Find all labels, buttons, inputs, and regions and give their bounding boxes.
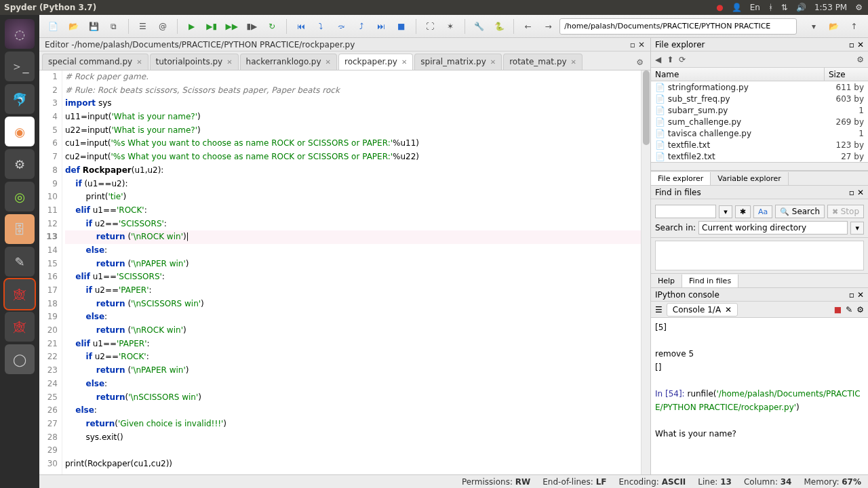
editor-tab[interactable]: tutorialpoints.py✕ xyxy=(150,54,239,70)
file-row[interactable]: 📄 sub_str_freq.py603 by xyxy=(651,93,868,104)
scrollbar-thumb[interactable] xyxy=(643,70,650,145)
clock[interactable]: 1:53 PM xyxy=(814,3,847,12)
python-path-icon[interactable]: 🐍 xyxy=(490,18,508,35)
tab-close-icon[interactable]: ✕ xyxy=(401,58,407,66)
find-dropdown-icon[interactable]: ▾ xyxy=(719,205,732,218)
find-regex-icon[interactable]: ✱ xyxy=(735,205,751,218)
rerun-icon[interactable]: ↻ xyxy=(263,18,281,35)
list-icon[interactable]: ☰ xyxy=(134,18,151,35)
code-body[interactable]: # Rock paper game.# Rule: Rock beats sci… xyxy=(62,70,641,474)
dock-settings-icon[interactable]: ⚙ xyxy=(5,149,35,179)
new-file-icon[interactable]: 📄 xyxy=(45,18,62,35)
dock-app2-icon[interactable]: ◯ xyxy=(5,344,35,374)
console-clear-icon[interactable]: ✎ xyxy=(846,305,852,314)
dock-spyder2-icon[interactable]: 🕸 xyxy=(5,312,35,342)
console-options-icon[interactable]: ⚙ xyxy=(856,305,864,314)
debug-continue-icon[interactable]: ⏭ xyxy=(372,18,390,35)
file-list-hscroll[interactable] xyxy=(651,163,868,171)
dock-dash-icon[interactable]: ◌ xyxy=(5,19,35,49)
tab-help[interactable]: Help xyxy=(651,274,682,287)
code-editor[interactable]: 1234567891011121314151617181920212223242… xyxy=(39,70,650,474)
dock-spyder-icon[interactable]: 🕸 xyxy=(5,279,35,309)
nav-up-icon[interactable]: ⬆ xyxy=(667,55,673,64)
parent-dir-icon[interactable]: ↑ xyxy=(846,18,863,35)
tabs-options-icon[interactable]: ⚙ xyxy=(632,55,648,70)
file-row[interactable]: 📄 textfile.txt123 by xyxy=(651,139,868,150)
run-cell-icon[interactable]: ▶▮ xyxy=(203,18,220,35)
save-all-icon[interactable]: ⧉ xyxy=(105,18,123,35)
network-icon[interactable]: ⇅ xyxy=(781,3,788,12)
dock-terminal-icon[interactable]: ＞_ xyxy=(5,52,35,81)
gear-icon[interactable]: ⚙ xyxy=(855,3,863,12)
editor-tab[interactable]: hackerranklogo.py✕ xyxy=(240,54,337,70)
file-row[interactable]: 📄 tavisca challenge.py1 xyxy=(651,127,868,139)
console-tab[interactable]: Console 1/A ✕ xyxy=(667,303,738,317)
file-row[interactable]: 📄 subarr_sum.py1 xyxy=(651,104,868,116)
tab-close-icon[interactable]: ✕ xyxy=(490,58,496,66)
find-case-icon[interactable]: Aa xyxy=(753,205,772,218)
console-output[interactable]: [5] remove 5 [] In [54]: runfile('/home/… xyxy=(651,318,868,474)
fullscreen-icon[interactable]: ✶ xyxy=(441,18,459,35)
tab-variable-explorer[interactable]: Variable explorer xyxy=(711,172,788,185)
search-button[interactable]: 🔍 Search xyxy=(775,205,825,218)
editor-tab[interactable]: rockpaper.py✕ xyxy=(338,54,413,70)
user-icon[interactable]: 👤 xyxy=(732,3,742,12)
open-folder-icon[interactable]: 📂 xyxy=(65,18,83,35)
keyboard-lang[interactable]: En xyxy=(750,3,760,12)
run-icon[interactable]: ▶ xyxy=(183,18,201,35)
file-explorer-options-icon[interactable]: ⚙ xyxy=(856,55,864,64)
tab-file-explorer[interactable]: File explorer xyxy=(651,172,711,185)
search-in-input[interactable] xyxy=(698,221,848,235)
tab-close-icon[interactable]: ✕ xyxy=(326,58,331,66)
panel-restore-icon[interactable]: ▫ xyxy=(849,40,854,49)
editor-tab[interactable]: rotate_mat.py✕ xyxy=(503,54,583,70)
back-arrow-icon[interactable]: ← xyxy=(519,18,537,35)
col-size[interactable]: Size xyxy=(825,68,868,81)
preferences-icon[interactable]: 🔧 xyxy=(471,18,488,35)
browse-dir-icon[interactable]: 📂 xyxy=(825,18,843,35)
find-close-icon[interactable]: ✕ xyxy=(857,188,864,197)
dock-files-icon[interactable]: 🗄 xyxy=(5,214,35,244)
tab-close-icon[interactable]: ✕ xyxy=(226,58,232,66)
console-stop-icon[interactable]: ■ xyxy=(834,305,842,314)
run-selection-icon[interactable]: ▮▶ xyxy=(243,18,261,35)
editor-pane-restore-icon[interactable]: ▫ xyxy=(630,40,635,49)
tab-find-in-files[interactable]: Find in files xyxy=(682,274,738,287)
debug-into-icon[interactable]: ⤵ xyxy=(312,18,330,35)
dock-text-editor-icon[interactable]: ✎ xyxy=(5,247,35,277)
console-restore-icon[interactable]: ▫ xyxy=(849,290,854,300)
path-dropdown-icon[interactable]: ▾ xyxy=(805,18,823,35)
forward-arrow-icon[interactable]: → xyxy=(540,18,557,35)
file-row[interactable]: 📄 stringformationg.py611 by xyxy=(651,81,868,93)
nav-prev-icon[interactable]: ◀ xyxy=(655,55,661,64)
editor-tab[interactable]: spiral_matrix.py✕ xyxy=(414,54,502,70)
search-in-dropdown-icon[interactable]: ▾ xyxy=(850,222,864,235)
volume-icon[interactable]: 🔊 xyxy=(796,3,806,12)
col-name[interactable]: Name xyxy=(651,68,825,81)
working-dir-input[interactable] xyxy=(559,18,797,35)
file-row[interactable]: 📄 sum_challenge.py269 by xyxy=(651,116,868,127)
editor-tab[interactable]: special command.py✕ xyxy=(42,54,149,70)
editor-scrollbar[interactable] xyxy=(641,70,650,474)
save-icon[interactable]: 💾 xyxy=(85,18,102,35)
run-cell-advance-icon[interactable]: ▶▶ xyxy=(223,18,241,35)
tab-close-icon[interactable]: ✕ xyxy=(571,58,576,66)
debug-stop-icon[interactable]: ■ xyxy=(393,18,410,35)
dock-app1-icon[interactable]: 🐬 xyxy=(5,84,35,114)
nav-refresh-icon[interactable]: ⟳ xyxy=(679,55,686,64)
editor-pane-close-icon[interactable]: ✕ xyxy=(638,40,645,49)
find-input[interactable] xyxy=(655,205,716,218)
tab-close-icon[interactable]: ✕ xyxy=(136,58,142,66)
bluetooth-icon[interactable]: ᚼ xyxy=(768,3,773,12)
file-row[interactable]: 📄 textfile2.txt27 by xyxy=(651,150,868,162)
debug-over-icon[interactable]: ⤼ xyxy=(332,18,350,35)
console-tab-close-icon[interactable]: ✕ xyxy=(725,305,732,314)
debug-out-icon[interactable]: ⤴ xyxy=(353,18,370,35)
maximize-pane-icon[interactable]: ⛶ xyxy=(422,18,439,35)
console-close-icon[interactable]: ✕ xyxy=(857,290,864,300)
dock-chrome-icon[interactable]: ◉ xyxy=(5,117,35,146)
console-menu-icon[interactable]: ☰ xyxy=(655,305,663,314)
find-restore-icon[interactable]: ▫ xyxy=(849,188,854,197)
debug-step-icon[interactable]: ⏮ xyxy=(292,18,310,35)
panel-close-icon[interactable]: ✕ xyxy=(857,40,864,49)
